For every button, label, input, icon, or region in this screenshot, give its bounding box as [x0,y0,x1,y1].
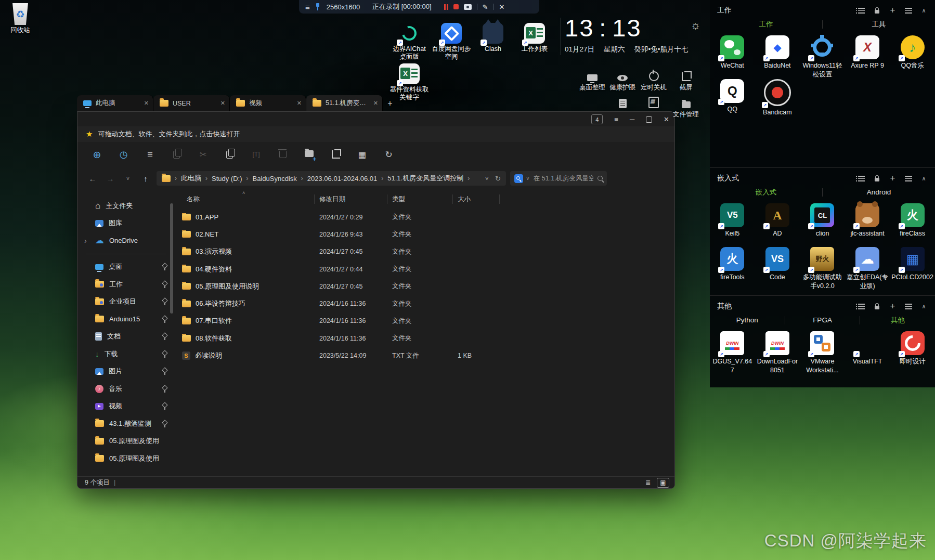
column-header-类型[interactable]: 类型 [387,194,453,204]
sidebar-item-主文件夹[interactable]: 主文件夹 [77,197,175,215]
lock-icon[interactable] [873,175,881,182]
up-button[interactable]: ↑ [139,174,152,183]
add-icon[interactable] [889,303,897,310]
tab-close-icon[interactable]: ✕ [373,100,378,107]
panel-tab-工具[interactable]: 工具 [822,20,935,29]
recorder-close-button[interactable]: ✕ [499,3,504,11]
tab-close-icon[interactable]: ✕ [220,100,225,107]
sidebar-item-05.原理图及使用[interactable]: 05.原理图及使用 [77,433,175,450]
column-header-大小[interactable]: 大小 [453,194,500,204]
history-dropdown-icon[interactable]: ˅ [121,175,135,181]
details-view-button[interactable]: ≣ [642,478,654,487]
thumbnail-view-button[interactable]: ▣ [657,478,669,488]
app-BaiduNet[interactable]: BaiduNet [755,34,800,78]
refresh-icon[interactable]: ↻ [495,175,501,183]
maximize-button[interactable] [646,116,652,123]
breadcrumb-segment[interactable]: 2023.06.01-2024.06.01 [307,175,377,183]
new-item-button[interactable] [85,146,109,163]
breadcrumb-segment[interactable]: 此电脑 [181,174,201,183]
app-Bandicam[interactable]: Bandicam [755,78,800,122]
sidebar-item-企业项目[interactable]: 企业项目 [77,293,175,311]
weather-sun-icon[interactable]: ☼ [691,19,701,32]
recorder-pin-icon[interactable] [315,3,320,10]
delete-button[interactable] [270,146,295,163]
app-DGUS_V7.647[interactable]: DGUS_V7.647 [710,330,755,374]
widget-note[interactable] [607,97,638,108]
view-list-icon[interactable] [858,175,865,182]
window-menu-icon[interactable]: ≡ [614,115,618,123]
crop-button[interactable] [323,146,348,163]
widget-文件管理[interactable]: 文件管理 [670,97,702,119]
panel-tab-FPGA[interactable]: FPGA [785,316,860,324]
forward-button[interactable]: → [103,174,117,183]
back-button[interactable]: ← [86,174,99,183]
file-row[interactable]: 05.原理图及使用说明2024/1/27 0:45文件夹 [175,278,674,295]
search-input[interactable] [533,174,594,183]
app-AD[interactable]: AD [755,202,800,246]
app-即时设计[interactable]: 即时设计 [890,330,935,374]
new-tab-button[interactable]: + [383,95,397,111]
widget-健康护眼[interactable]: 健康护眼 [607,70,638,92]
app-PCtoLCD2002[interactable]: PCtoLCD2002 [890,246,935,290]
file-row[interactable]: 08.软件获取2024/1/16 11:36文件夹 [175,330,674,347]
rename-button[interactable] [244,146,268,163]
app-VisualTFT[interactable]: VisualTFT [845,330,890,374]
app-Code[interactable]: Code [755,246,800,290]
sidebar-item-Arduino15[interactable]: Arduino15 [77,310,175,328]
column-header-修改日期[interactable]: 修改日期 [315,194,387,204]
sidebar-item-05.原理图及使用[interactable]: 05.原理图及使用 [77,450,175,467]
desktop-icon-excel[interactable]: 工作列表 [513,23,556,53]
collapse-icon[interactable] [920,175,928,182]
minimize-button[interactable]: ─ [630,115,634,123]
app-jlc-assistant[interactable]: jlc-assistant [845,202,890,246]
view-list-icon[interactable] [858,7,865,14]
sidebar-item-工作[interactable]: 工作 [77,276,175,293]
paste-button[interactable] [217,146,242,163]
explorer-tab[interactable]: 此电脑✕ [77,95,153,111]
app-多功能调试助手v0.2.0[interactable]: 多功能调试助手v0.2.0 [800,246,845,290]
quick-launch-bar[interactable]: ★ 可拖动文档、软件、文件夹到此，点击快速打开 [77,126,674,142]
sidebar-item-OneDrive[interactable]: ›OneDrive [77,232,175,250]
app-Axure RP 9[interactable]: Axure RP 9 [845,34,890,78]
explorer-tab[interactable]: USER✕ [153,95,230,111]
stop-button[interactable] [453,4,459,9]
screenshot-button[interactable] [464,4,472,10]
lock-icon[interactable] [873,303,881,310]
file-row[interactable]: 02.NET2024/1/26 9:43文件夹 [175,226,674,243]
refresh-button[interactable] [376,146,401,163]
new-folder-button[interactable] [297,146,321,163]
tab-count-badge[interactable]: 4 [591,114,603,124]
sidebar-item-视频[interactable]: 视频 [77,398,175,415]
app-Keil5[interactable]: Keil5 [710,202,755,246]
column-header-名称[interactable]: 名称 [182,194,315,204]
sidebar-item-图库[interactable]: 图库 [77,215,175,232]
chevron-right-icon[interactable]: › [84,237,87,245]
sort-button[interactable] [138,146,162,163]
close-button[interactable]: ✕ [664,115,669,123]
file-row[interactable]: 07.串口软件2024/1/16 11:36文件夹 [175,312,674,330]
widget-calc[interactable] [638,97,669,108]
app-fireTools[interactable]: fireTools [710,246,755,290]
file-row[interactable]: 06.毕设答辩技巧2024/1/16 11:36文件夹 [175,295,674,312]
cut-button[interactable] [191,146,215,163]
panel-tab-嵌入式[interactable]: 嵌入式 [710,188,822,197]
file-row[interactable]: 04.硬件资料2024/1/27 0:44文件夹 [175,261,674,278]
sidebar-item-音乐[interactable]: 音乐 [77,380,175,398]
widget-定时关机[interactable]: 定时关机 [638,70,669,92]
panel-tab-工作[interactable]: 工作 [710,20,822,29]
address-dropdown-icon[interactable]: ˅ [485,175,489,183]
sidebar-item-文档[interactable]: 文档 [77,328,175,346]
recent-button[interactable] [111,146,136,163]
search-box[interactable]: ˅ [510,171,607,186]
copy-button[interactable] [164,146,189,163]
sidebar-item-桌面[interactable]: 桌面 [77,258,175,276]
app-clion[interactable]: clion [800,202,845,246]
app-嘉立创EDA(专业版)[interactable]: 嘉立创EDA(专业版) [845,246,890,290]
panel-tab-Python[interactable]: Python [710,316,785,324]
breadcrumb[interactable]: ›此电脑›Study (D:)›BaiduSyncdisk›2023.06.01… [157,171,506,186]
collapse-icon[interactable] [920,303,928,310]
add-icon[interactable] [889,175,897,182]
chevron-down-icon[interactable]: ˅ [526,176,529,181]
desktop-icon-baidupan[interactable]: 百度网盘同步 空间 [430,23,473,61]
widget-截屏[interactable]: 截屏 [670,70,702,92]
